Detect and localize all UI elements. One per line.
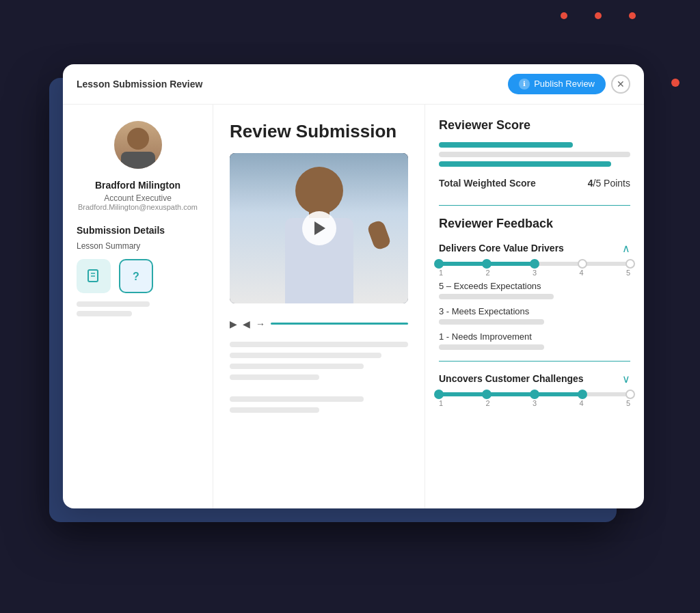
slider-labels-1: 1 2 3 4 5 — [439, 269, 630, 277]
divider-1 — [439, 205, 630, 206]
decorative-dot-3 — [629, 12, 636, 19]
sidebar: Bradford Milington Account Executive Bra… — [63, 105, 213, 508]
slider-label-4: 4 — [579, 269, 583, 277]
needs-improvement-bar — [439, 344, 544, 350]
slider-dot-5 — [625, 259, 635, 269]
video-progress-bar — [271, 323, 408, 325]
slider-2-label-5: 5 — [626, 399, 630, 407]
content-placeholder — [230, 342, 408, 413]
modal-title: Lesson Submission Review — [77, 79, 202, 90]
slider-2-label-4: 4 — [579, 399, 583, 407]
scene-container: Lesson Submission Review ℹ Publish Revie… — [42, 51, 658, 563]
right-panel: Reviewer Score Total Weighted Score 4/5 … — [425, 105, 644, 508]
sidebar-placeholder — [77, 301, 199, 316]
user-name: Bradford Milington — [77, 180, 199, 191]
decorative-dot-1 — [561, 12, 567, 19]
slider-dot-2-4 — [578, 390, 587, 399]
cp-line-1 — [230, 342, 408, 347]
accordion-label-2: Uncovers Customer Challenges — [439, 373, 584, 384]
total-score-max: 5 — [595, 178, 601, 189]
slider-2: 1 2 3 4 5 — [439, 392, 630, 407]
main-modal: Lesson Submission Review ℹ Publish Revie… — [63, 64, 644, 508]
slider-label-5: 5 — [626, 269, 630, 277]
total-score-unit: Points — [604, 178, 630, 189]
publish-button-label: Publish Review — [534, 79, 595, 89]
slider-labels-2: 1 2 3 4 5 — [439, 399, 630, 407]
exceeds-expectations-label: 5 – Exceeds Expectations — [439, 281, 630, 291]
slider-dot-3 — [530, 259, 539, 269]
score-bar-1 — [439, 142, 573, 148]
slider-track-2 — [439, 392, 630, 396]
avatar — [114, 121, 162, 169]
decorative-dot-2 — [595, 12, 602, 19]
score-bar-2 — [439, 152, 630, 157]
publish-review-button[interactable]: ℹ Publish Review — [508, 74, 606, 94]
slider-dot-2-1 — [434, 390, 444, 399]
avatar-person-graphic — [114, 121, 162, 169]
accordion-header-1[interactable]: Delivers Core Value Drivers ∧ — [439, 242, 630, 255]
score-bars — [439, 142, 630, 167]
meets-expectations-bar — [439, 319, 544, 325]
avatar-head — [127, 128, 149, 150]
video-forward-icon[interactable]: → — [256, 318, 265, 329]
video-container[interactable] — [230, 153, 408, 303]
feedback-row-meets: 3 - Meets Expectations — [439, 306, 630, 325]
feedback-row-exceeds: 5 – Exceeds Expectations — [439, 281, 630, 299]
accordion-chevron-down-icon: ∨ — [622, 372, 630, 385]
avatar-body — [121, 152, 155, 169]
slider-dot-2-2 — [482, 390, 492, 399]
placeholder-line-1 — [77, 301, 150, 307]
slider-dot-2-3 — [530, 390, 539, 399]
accordion-chevron-up-icon: ∧ — [622, 242, 630, 255]
slider-label-2: 2 — [485, 269, 489, 277]
header-actions: ℹ Publish Review ✕ — [508, 74, 630, 94]
review-submission-title: Review Submission — [230, 121, 408, 142]
accordion-uncovers-customer: Uncovers Customer Challenges ∨ — [439, 372, 630, 407]
center-content: Review Submission ▶ ◀ — [213, 105, 425, 508]
total-weighted-label: Total Weighted Score — [439, 178, 536, 189]
reviewer-feedback-title: Reviewer Feedback — [439, 217, 630, 231]
accordion-label-1: Delivers Core Value Drivers — [439, 243, 564, 254]
question-icon-box: ? — [119, 259, 153, 293]
close-modal-button[interactable]: ✕ — [611, 74, 630, 94]
score-bar-3 — [439, 161, 611, 167]
cp-line-2 — [230, 353, 381, 358]
meets-expectations-label: 3 - Meets Expectations — [439, 306, 630, 316]
slider-dot-2-5 — [625, 390, 635, 399]
decorative-dot-4 — [671, 79, 679, 87]
avatar-container — [77, 121, 199, 169]
publish-info-icon: ℹ — [519, 79, 530, 90]
video-person-head — [295, 167, 343, 215]
cp-line-3 — [230, 364, 364, 369]
sidebar-icon-row: ? — [77, 259, 199, 293]
accordion-delivers-core-value: Delivers Core Value Drivers ∧ — [439, 242, 630, 362]
feedback-row-needs: 1 - Needs Improvement — [439, 331, 630, 350]
play-triangle-icon — [314, 221, 325, 235]
slider-dot-1 — [434, 259, 444, 269]
cp-line-5 — [230, 396, 364, 402]
modal-body: Bradford Milington Account Executive Bra… — [63, 105, 644, 508]
accordion-header-2[interactable]: Uncovers Customer Challenges ∨ — [439, 372, 630, 385]
submission-details-title: Submission Details — [77, 225, 199, 236]
video-back-icon[interactable]: ◀ — [243, 318, 250, 329]
total-score-row: Total Weighted Score 4/5 Points — [439, 178, 630, 191]
close-icon: ✕ — [617, 79, 625, 90]
slider-2-label-3: 3 — [533, 399, 537, 407]
svg-text:?: ? — [133, 271, 139, 282]
video-play-icon[interactable]: ▶ — [230, 318, 237, 329]
slider-2-label-1: 1 — [439, 399, 443, 407]
video-play-button[interactable] — [302, 211, 336, 245]
slider-dot-2 — [482, 259, 492, 269]
placeholder-line-2 — [77, 311, 132, 316]
slider-fill-2 — [439, 392, 582, 396]
total-score-display: 4/5 Points — [588, 178, 630, 189]
slider-label-1: 1 — [439, 269, 443, 277]
slider-dot-4 — [578, 259, 587, 269]
slider-1: 1 2 3 4 5 — [439, 262, 630, 277]
book-icon — [85, 268, 102, 284]
slider-2-label-2: 2 — [485, 399, 489, 407]
cp-line-4 — [230, 374, 319, 380]
exceeds-expectations-bar — [439, 294, 554, 299]
user-email: Bradford.Milington@nexuspath.com — [77, 203, 199, 211]
question-icon: ? — [128, 268, 144, 284]
